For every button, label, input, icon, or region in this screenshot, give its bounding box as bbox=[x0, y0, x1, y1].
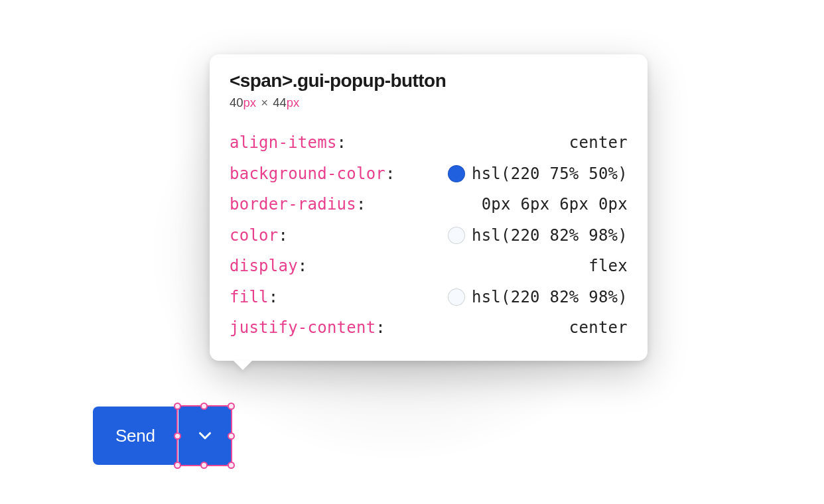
popup-button-wrapper bbox=[178, 407, 232, 465]
devtools-css-tooltip: <span>.gui-popup-button 40px × 44px alig… bbox=[210, 54, 648, 361]
css-property-row: align-items:center bbox=[230, 127, 628, 158]
popup-toggle-button[interactable] bbox=[178, 407, 232, 465]
css-property-row: fill:hsl(220 82% 98%) bbox=[230, 282, 628, 313]
css-property-value: center bbox=[569, 312, 628, 344]
css-property-colon: : bbox=[356, 195, 366, 214]
css-property-name-wrapper: fill: bbox=[230, 282, 278, 313]
css-property-value-wrapper: hsl(220 75% 50%) bbox=[448, 158, 628, 190]
dim-unit: px bbox=[243, 95, 257, 109]
send-button[interactable]: Send bbox=[93, 407, 178, 465]
css-property-colon: : bbox=[269, 288, 279, 306]
css-property-name-wrapper: align-items: bbox=[230, 127, 346, 158]
css-property-row: background-color:hsl(220 75% 50%) bbox=[230, 158, 628, 190]
css-property-name-wrapper: color: bbox=[230, 220, 288, 251]
tooltip-properties-list: align-items:centerbackground-color:hsl(2… bbox=[230, 127, 628, 344]
tooltip-dimensions: 40px × 44px bbox=[230, 95, 628, 110]
css-property-name: justify-content bbox=[230, 318, 376, 337]
css-property-value: center bbox=[569, 127, 628, 158]
color-swatch-icon bbox=[448, 288, 465, 306]
css-property-row: justify-content:center bbox=[230, 312, 628, 344]
css-property-colon: : bbox=[376, 318, 385, 337]
chevron-down-icon bbox=[195, 426, 215, 446]
dim-height: 44 bbox=[273, 95, 287, 109]
css-property-name-wrapper: border-radius: bbox=[230, 189, 366, 220]
css-property-name: align-items bbox=[230, 133, 337, 152]
css-property-name-wrapper: display: bbox=[230, 251, 308, 282]
css-property-colon: : bbox=[337, 133, 347, 152]
css-property-name-wrapper: background-color: bbox=[230, 158, 395, 190]
css-property-value: hsl(220 75% 50%) bbox=[472, 158, 628, 190]
css-property-value-wrapper: center bbox=[569, 312, 628, 344]
css-property-value: flex bbox=[588, 251, 628, 282]
css-property-value-wrapper: 0px 6px 6px 0px bbox=[482, 189, 628, 220]
css-property-name: border-radius bbox=[230, 195, 356, 214]
tooltip-selector: <span>.gui-popup-button bbox=[230, 70, 628, 92]
css-property-value-wrapper: flex bbox=[588, 251, 628, 282]
css-property-colon: : bbox=[298, 257, 308, 275]
dim-separator: × bbox=[261, 95, 268, 109]
color-swatch-icon bbox=[448, 227, 465, 244]
css-property-name: display bbox=[230, 257, 298, 275]
css-property-row: color:hsl(220 82% 98%) bbox=[230, 220, 628, 251]
css-property-value: hsl(220 82% 98%) bbox=[472, 282, 628, 313]
dim-unit: px bbox=[287, 95, 300, 109]
dim-width: 40 bbox=[230, 95, 243, 109]
css-property-name-wrapper: justify-content: bbox=[230, 312, 385, 344]
css-property-value-wrapper: hsl(220 82% 98%) bbox=[448, 220, 628, 251]
css-property-name: color bbox=[230, 226, 278, 245]
color-swatch-icon bbox=[448, 165, 465, 182]
css-property-value-wrapper: center bbox=[569, 127, 628, 158]
css-property-colon: : bbox=[385, 164, 395, 183]
css-property-value: 0px 6px 6px 0px bbox=[482, 189, 628, 220]
tooltip-header: <span>.gui-popup-button 40px × 44px bbox=[230, 70, 628, 110]
css-property-name: fill bbox=[230, 288, 269, 306]
css-property-name: background-color bbox=[230, 164, 385, 183]
split-button: Send bbox=[93, 407, 232, 465]
css-property-value: hsl(220 82% 98%) bbox=[472, 220, 628, 251]
css-property-row: display:flex bbox=[230, 251, 628, 282]
css-property-colon: : bbox=[278, 226, 288, 245]
css-property-row: border-radius:0px 6px 6px 0px bbox=[230, 189, 628, 220]
css-property-value-wrapper: hsl(220 82% 98%) bbox=[448, 282, 628, 313]
